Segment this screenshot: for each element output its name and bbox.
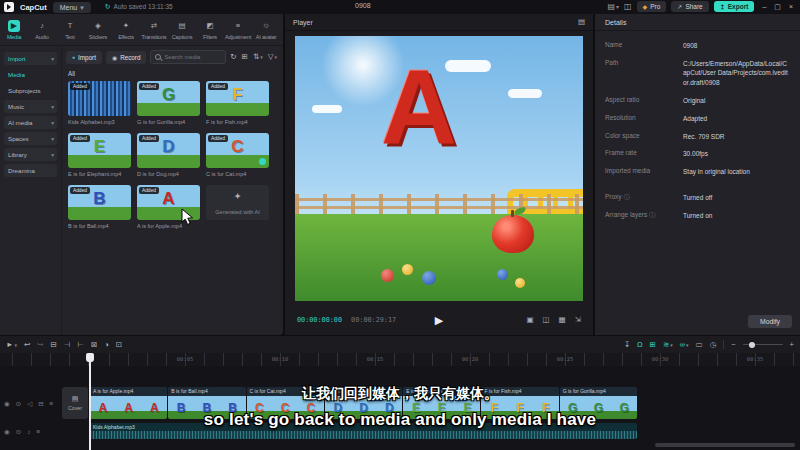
zoom-out-icon[interactable]: − [731,340,735,350]
media-thumbnail[interactable]: Added [68,81,131,116]
tab-audio[interactable]: ♪ Audio [28,14,56,45]
tab-text[interactable]: T Text [56,14,84,45]
preview-quality-icon[interactable]: ▣ [526,315,533,325]
media-item[interactable]: Added F F is for Fish.mp4 [206,81,269,125]
fullscreen-icon[interactable]: ⇲ [575,315,581,325]
media-thumbnail[interactable]: Added D [137,133,200,168]
current-time: 00:00:00:00 [297,316,342,324]
extract-audio-icon[interactable]: ↧ [624,340,630,350]
export-button[interactable]: Export [714,1,755,12]
import-button[interactable]: Import [66,51,102,64]
snap-icon[interactable]: Ω [637,340,643,350]
subtitle-chinese: 让我们回到媒体，我只有媒体。 [0,385,800,403]
media-item[interactable]: ✦ Generated with AI [206,185,269,229]
layout-toggle-icon[interactable]: ▤ [607,2,619,11]
media-item[interactable]: Added D D is for Dog.mp4 [137,133,200,177]
media-item[interactable]: Added G G is for Gorilla.mp4 [137,81,200,125]
grid-icon[interactable]: ▦ [559,315,566,325]
playhead-handle[interactable] [86,353,94,362]
compact-view-icon[interactable]: ⊞ [242,52,248,62]
media-item-name: Kids Alphabet.mp3 [68,119,131,125]
media-item-name: E is for Elephant.mp4 [68,171,131,177]
delete-icon[interactable]: ⊠ [91,340,97,350]
search-input[interactable] [164,54,221,60]
media-thumbnail[interactable]: Added G [137,81,200,116]
preview-axis-icon[interactable]: ⊞ [650,340,656,350]
media-thumbnail[interactable]: Added F [206,81,269,116]
modify-button[interactable]: Modify [748,315,792,328]
search-box[interactable] [150,50,226,64]
sidebar-item-subprojects[interactable]: Subprojects [4,84,57,97]
crop-icon[interactable]: ⊡ [116,340,122,350]
player-view-icon[interactable]: ▤ [578,17,585,27]
share-button[interactable]: Share [671,1,708,12]
minimize-button[interactable]: – [759,3,769,11]
sort-icon[interactable]: ⇅ [253,52,263,62]
timeline-tracks: ◉⊙◁⊟≡ ◉⊙♪≡ ▤ Cover A is for Apple.mp4 A … [0,366,800,450]
zoom-in-icon[interactable]: + [790,340,794,350]
zoom-slider-knob[interactable] [749,342,755,348]
play-button[interactable] [435,314,443,327]
pro-button[interactable]: Pro [637,1,667,12]
tab-effects[interactable]: ✦ Effects [112,14,140,45]
details-field: Imported media Stay in original location [605,167,790,176]
timeline-ruler[interactable]: 00:0500:1000:1500:2000:2500:3000:35 [0,353,800,366]
refresh-icon[interactable]: ↻ [230,52,236,62]
split-icon[interactable]: ⊟ [51,340,57,350]
sidebar-item-library[interactable]: Library [4,148,57,161]
sidebar-item-import[interactable]: Import [4,52,57,65]
audio-tab-icon: ♪ [36,20,48,32]
media-item[interactable]: Added B B is for Ball.mp4 [68,185,131,229]
zoom-slider[interactable] [743,344,783,346]
tab-ai-avatar[interactable]: ☺ AI avatar [252,14,280,45]
delete-left-icon[interactable]: ⊣ [64,340,71,350]
horizontal-scrollbar[interactable] [655,443,795,447]
media-item-name: D is for Dog.mp4 [137,171,200,177]
filter-icon[interactable]: ▽ [268,52,277,62]
delete-right-icon[interactable]: ⊢ [77,340,84,350]
float-preview-icon[interactable]: ◫ [624,2,632,11]
stickers-tab-icon: ◈ [92,20,104,32]
auto-ripple-icon[interactable]: ≋ [663,340,673,350]
tab-stickers[interactable]: ◈ Stickers [84,14,112,45]
media-thumbnail[interactable]: Added C [206,133,269,168]
maximize-button[interactable]: ▢ [771,3,784,11]
tab-filters[interactable]: ◩ Filters [196,14,224,45]
audio-waveform [90,431,637,439]
undo-icon[interactable]: ↩ [24,340,30,350]
timecode-icon[interactable]: ◷ [710,340,717,350]
link-icon[interactable]: ∞ [680,340,689,350]
select-tool-icon[interactable]: ► [6,340,17,350]
details-field: Aspect ratio Original [605,96,790,105]
sidebar-item-dreamina[interactable]: Dreamina [4,164,57,177]
mirror-icon[interactable]: ◑ [104,340,109,350]
media-section-label[interactable]: All [62,66,283,79]
tab-captions[interactable]: ▤ Captions [168,14,196,45]
display-icon[interactable]: ▭ [696,340,703,350]
fence-graphic [295,194,583,214]
tab-transitions[interactable]: ⇄ Transitions [140,14,168,45]
effects-tab-icon: ✦ [120,20,132,32]
record-button[interactable]: Record [106,51,147,64]
field-label: Arrange layers [605,211,683,220]
field-label: Frame rate [605,149,683,158]
ruler-label: 00:20 [462,356,479,362]
media-item[interactable]: Added E E is for Elephant.mp4 [68,133,131,177]
media-item[interactable]: Added C C is for Cat.mp4 [206,133,269,177]
field-value: C:/Users/Emerson/AppData/Local/CapCut/Us… [683,59,790,87]
sidebar-item-spaces[interactable]: Spaces [4,132,57,145]
tab-media[interactable]: ▶ Media [0,14,28,45]
sidebar-item-music[interactable]: Music [4,100,57,113]
media-thumbnail[interactable]: Added E [68,133,131,168]
app-name: CapCut [20,3,47,12]
sidebar-item-media[interactable]: Media [4,68,57,81]
media-item[interactable]: Added Kids Alphabet.mp3 [68,81,131,125]
details-field: Arrange layers Turned on [605,211,790,220]
ratio-icon[interactable]: ◫ [543,315,550,325]
menu-button[interactable]: Menu [53,2,91,13]
media-thumbnail[interactable]: Added B [68,185,131,220]
sidebar-item-ai-media[interactable]: AI media [4,116,57,129]
redo-icon[interactable]: ↪ [37,340,43,350]
tab-adjustment[interactable]: ≡ Adjustment [224,14,252,45]
close-button[interactable]: × [786,3,796,11]
